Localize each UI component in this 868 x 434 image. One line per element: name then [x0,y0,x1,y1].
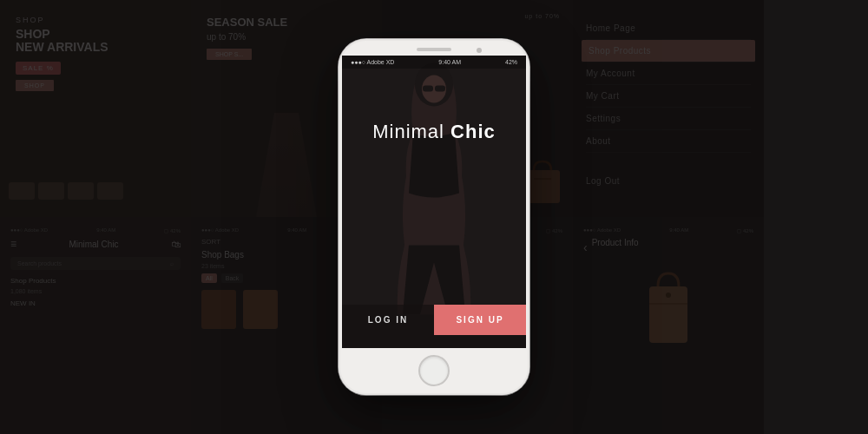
shop-new-arrivals-title: SHOPNEW ARRIVALS [16,28,108,55]
nav-account: My Account [586,62,751,85]
battery-label: 42% [505,59,517,65]
nav-home: Home Page [586,17,751,40]
product-count-5: 1,080 items [10,288,181,294]
nav-about: About [586,130,751,153]
product-category-5: Shop Products [10,277,181,285]
status-bar-5: ●●●○ Adobe XD 9:40 AM ◻ 42% [10,227,181,233]
shoe-1 [9,182,35,200]
search-placeholder-5: Search products [17,260,62,266]
signup-button[interactable]: SIGN UP [434,305,526,335]
menu-icon-5: ≡ [10,238,16,250]
svg-rect-2 [525,170,560,203]
bag-item-6-1 [201,290,236,329]
screen-title-5: Minimal Chic [69,240,118,249]
new-in-label-5: NEW IN [10,299,181,307]
nav-bar-5: ≡ Minimal Chic 🛍 [10,238,181,250]
carrier-6: ●●●○ Adobe XD [201,227,239,233]
carrier-8: ●●●○ Adobe XD [583,227,621,233]
carrier-label: ●●●○ Adobe XD [351,59,394,65]
shoe-4 [97,182,123,200]
battery-5: ◻ 42% [164,227,181,233]
svg-point-6 [666,293,671,298]
up-to-text: up to 70% [207,32,246,42]
dress-silhouette [256,113,317,217]
phone-screen: ●●●○ Adobe XD 9:40 AM 42% Minimal Chic L… [342,56,526,348]
phone-bottom-area [339,348,529,395]
carrier-5: ●●●○ Adobe XD [10,227,48,233]
phone-mockup-container: ●●●○ Adobe XD 9:40 AM 42% Minimal Chic L… [339,39,529,395]
sort-label-6: SORT [201,238,220,246]
time-label: 9:40 AM [438,59,461,65]
phone-device: ●●●○ Adobe XD 9:40 AM 42% Minimal Chic L… [339,39,529,395]
bag-product-svg-8 [642,265,694,352]
nav-shop: Shop Products [582,40,755,62]
bg-screen-product-list: ●●●○ Adobe XD 9:40 AM ◻ 42% ≡ Minimal Ch… [0,217,191,434]
season-sale-title: SEASON SALE [207,16,287,29]
nav-back-8: ‹ Product Info [583,238,753,256]
filter-back: Back [221,273,244,283]
shop-label: SHOP [16,16,45,24]
shop-button-bg: SHOP [16,80,54,91]
app-title-area: Minimal Chic [342,69,526,143]
battery-7: ◻ 42% [546,227,562,233]
time-8: 9:40 AM [669,227,688,233]
status-bar-8: ●●●○ Adobe XD 9:40 AM ◻ 42% [583,227,753,233]
cart-icon-5: 🛍 [171,239,181,249]
app-title-light: Minimal [372,121,450,142]
product-image-area-8 [583,265,753,352]
bag-item-6-2 [243,290,278,329]
login-button[interactable]: LOG IN [342,305,434,335]
back-icon-8: ‹ [583,240,588,254]
home-button[interactable] [418,355,450,386]
product-info-title-8: Product Info [592,238,639,247]
screen-status-bar: ●●●○ Adobe XD 9:40 AM 42% [342,56,526,69]
bg-screen-new-arrivals: SHOP SHOPNEW ARRIVALS SALE % SHOP [0,0,191,217]
shoe-3 [68,182,94,200]
shop-sale-button: SHOP S... [207,49,252,60]
time-5: 9:40 AM [96,227,115,233]
search-icon-5: ⌕ [170,260,174,266]
phone-top-area [339,39,529,56]
time-6: 9:40 AM [287,227,306,233]
screen-spacer [342,143,526,305]
search-bar-5: Search products ⌕ [10,257,181,270]
shoe-display [9,182,182,200]
filter-all: All [201,273,217,283]
battery-8: ◻ 42% [737,227,753,233]
nav-logout: Log Out [586,170,751,192]
shoe-2 [38,182,64,200]
app-title: Minimal Chic [359,121,509,143]
up70-label: up to 70% [524,13,560,19]
bg-screen-nav: Home Page Shop Products My Account My Ca… [573,0,764,217]
screen-action-buttons: LOG IN SIGN UP [342,305,526,348]
app-title-bold: Chic [450,121,496,142]
sale-badge: SALE % [16,62,61,75]
nav-cart: My Cart [586,85,751,108]
phone-camera [477,48,482,53]
nav-settings: Settings [586,108,751,130]
phone-speaker [417,48,451,51]
bg-screen-product-info-2: ●●●○ Adobe XD 9:40 AM ◻ 42% ‹ Product In… [573,217,764,434]
